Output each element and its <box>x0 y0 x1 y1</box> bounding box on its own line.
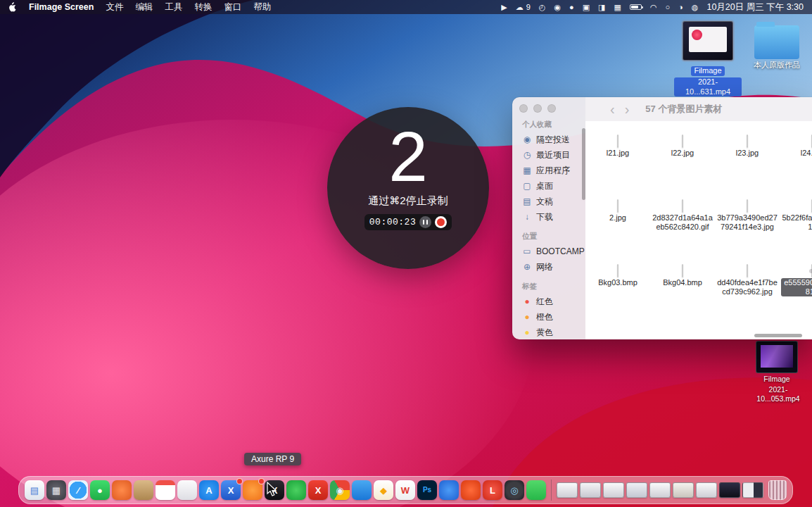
file-item[interactable]: 5b22f6fac20a9d311 <box>780 200 812 265</box>
dock-item-app-store[interactable]: A <box>199 480 219 500</box>
dock-item-blue-app[interactable] <box>352 480 372 500</box>
file-thumbnail[interactable] <box>617 199 618 213</box>
menu-edit[interactable]: 编辑 <box>135 1 153 13</box>
menu-convert[interactable]: 转换 <box>194 1 212 13</box>
cloud-sync-icon[interactable]: ☁ <box>516 4 524 11</box>
battery-icon[interactable] <box>630 4 642 10</box>
filmage-menu-icon[interactable]: ▶ <box>501 4 507 11</box>
sidebar-item-airdrop[interactable]: ◉ 隔空投送 <box>519 132 585 147</box>
menu-file[interactable]: 文件 <box>106 1 123 13</box>
dock-item-tan-app[interactable] <box>134 480 153 500</box>
dock-item-white-app[interactable] <box>177 480 197 500</box>
control-center-icon[interactable]: ◑ <box>678 4 683 11</box>
sidebar-item-network[interactable]: ⊕ 网络 <box>519 259 585 275</box>
dock-minimized-window[interactable] <box>580 482 601 498</box>
ink-drop-icon[interactable]: ● <box>569 4 574 11</box>
file-item-selected[interactable]: e5555909b8d1581b <box>780 265 812 330</box>
dock-item-blue-round-app[interactable] <box>439 480 459 500</box>
sidebar-item-tag-red[interactable]: ● 红色 <box>519 294 585 309</box>
dock-item-chrome[interactable]: ◉ <box>330 480 350 500</box>
desktop-icon-video-053[interactable]: Filmage 2021-10...053.mp4 <box>744 341 809 403</box>
menu-tools[interactable]: 工具 <box>165 1 182 13</box>
minimize-window-button[interactable] <box>533 104 542 113</box>
dock-minimized-window[interactable] <box>603 482 624 498</box>
dock-item-red-x-app[interactable]: X <box>308 480 328 500</box>
dock-item-wps-office[interactable]: W <box>395 480 415 500</box>
file-thumbnail[interactable] <box>682 199 683 213</box>
file-thumbnail[interactable] <box>747 264 748 277</box>
video-file-thumbnail[interactable] <box>681 20 735 62</box>
close-window-button[interactable] <box>519 104 528 113</box>
file-item[interactable]: Bkg03.bmp <box>585 265 650 330</box>
box-drive-icon[interactable]: ▣ <box>583 4 590 11</box>
dock-item-wechat[interactable]: ● <box>90 480 110 500</box>
file-item[interactable]: l23.jpg <box>715 135 780 200</box>
menu-window[interactable]: 窗口 <box>224 1 241 13</box>
sidebar-item-documents[interactable]: ▤ 文稿 <box>519 194 585 209</box>
dock-minimized-window-mixed[interactable] <box>742 482 763 498</box>
dock-trash-icon[interactable] <box>768 480 787 500</box>
file-item[interactable]: 2d8327d1a64a1aeb562c8420.gif <box>650 200 715 265</box>
sidebar-item-desktop[interactable]: ▢ 桌面 <box>519 178 585 194</box>
finder-window[interactable]: 个人收藏 ◉ 隔空投送 ◷ 最近项目 ▦ 应用程序 ▢ 桌面 ▤ 文稿 ↓ 下载… <box>512 97 812 339</box>
file-thumbnail[interactable] <box>747 134 748 148</box>
menu-help[interactable]: 帮助 <box>253 1 271 13</box>
dock-item-orange-circle-app[interactable] <box>112 480 132 500</box>
siri-icon[interactable]: ◍ <box>692 4 699 11</box>
dock-item-safari[interactable]: ∕ <box>68 480 88 500</box>
active-app-name[interactable]: Filmage Screen <box>29 2 94 12</box>
dock-minimized-window[interactable] <box>557 482 578 498</box>
input-source-icon[interactable]: ▦ <box>614 4 621 11</box>
dock-item-green-circle-app[interactable] <box>286 480 306 500</box>
time-machine-icon[interactable]: ◴ <box>539 4 546 11</box>
car-icon[interactable]: ◨ <box>598 4 605 11</box>
dock-minimized-window[interactable] <box>696 482 717 498</box>
pause-recording-button[interactable] <box>419 216 431 228</box>
dock-item-sketch[interactable]: ◆ <box>374 480 393 500</box>
dock-item-dark-ring-app[interactable]: ◎ <box>505 480 524 500</box>
file-item[interactable]: Bkg04.bmp <box>650 265 715 330</box>
dock-item-orange-red-app[interactable] <box>461 480 481 500</box>
file-item[interactable]: l24.jpg <box>780 135 812 200</box>
sidebar-item-applications[interactable]: ▦ 应用程序 <box>519 163 585 178</box>
file-thumbnail[interactable] <box>682 264 683 277</box>
dock-item-notes-app[interactable]: ▤ <box>25 480 44 500</box>
dock-minimized-window[interactable] <box>673 482 694 498</box>
file-item[interactable]: 3b779a3490ed2779241f14e3.jpg <box>715 200 780 265</box>
sidebar-item-recents[interactable]: ◷ 最近项目 <box>519 147 585 163</box>
zoom-window-button[interactable] <box>547 104 556 113</box>
horizontal-scrollbar[interactable] <box>754 334 802 337</box>
file-item[interactable]: dd40fdea4e1f7becd739c962.jpg <box>715 265 780 330</box>
dock-item-photoshop[interactable]: Ps <box>417 480 437 500</box>
sidebar-item-tag-orange[interactable]: ● 橙色 <box>519 309 585 325</box>
desktop-icon-video-631[interactable]: Filmage 2021-10...631.mp4 <box>673 20 743 96</box>
file-item[interactable]: 2.jpg <box>585 200 650 265</box>
forward-button[interactable]: › <box>620 102 635 116</box>
dock-minimized-window[interactable] <box>626 482 647 498</box>
dock-item-orange-badge-app[interactable] <box>243 480 262 500</box>
sidebar-item-downloads[interactable]: ↓ 下载 <box>519 209 585 225</box>
dock-item-green-chat-app[interactable] <box>526 480 546 500</box>
dock-item-launchpad[interactable]: ▦ <box>46 480 66 500</box>
dock-minimized-window[interactable] <box>649 482 671 498</box>
back-button[interactable]: ‹ <box>605 102 620 116</box>
file-item[interactable]: l21.jpg <box>585 135 650 200</box>
desktop-icon-folder[interactable]: 本人原版作品 <box>744 21 809 70</box>
file-item[interactable]: l22.jpg <box>650 135 715 200</box>
spotlight-search-icon[interactable]: ○ <box>666 4 671 11</box>
dock-minimized-window-dark[interactable] <box>719 482 740 498</box>
file-thumbnail[interactable] <box>747 199 748 213</box>
screen-record-icon[interactable]: ◉ <box>554 4 561 11</box>
sidebar-item-tag-yellow[interactable]: ● 黄色 <box>519 325 585 339</box>
sidebar-item-bootcamp[interactable]: ▭ BOOTCAMP <box>519 244 585 259</box>
dock-item-red-l-app[interactable]: L <box>483 480 502 500</box>
dock-item-calendar[interactable] <box>156 480 175 500</box>
dock-item-blue-x-app[interactable]: X <box>221 480 241 500</box>
file-thumbnail[interactable] <box>617 264 618 277</box>
menubar-datetime[interactable]: 10月20日 周三 下午 3:30 <box>706 1 804 13</box>
apple-menu-icon[interactable] <box>8 2 17 12</box>
file-thumbnail[interactable] <box>682 134 683 148</box>
wifi-icon[interactable]: ◠ <box>650 4 657 11</box>
file-thumbnail[interactable] <box>617 134 618 148</box>
stop-recording-button[interactable] <box>435 216 447 228</box>
